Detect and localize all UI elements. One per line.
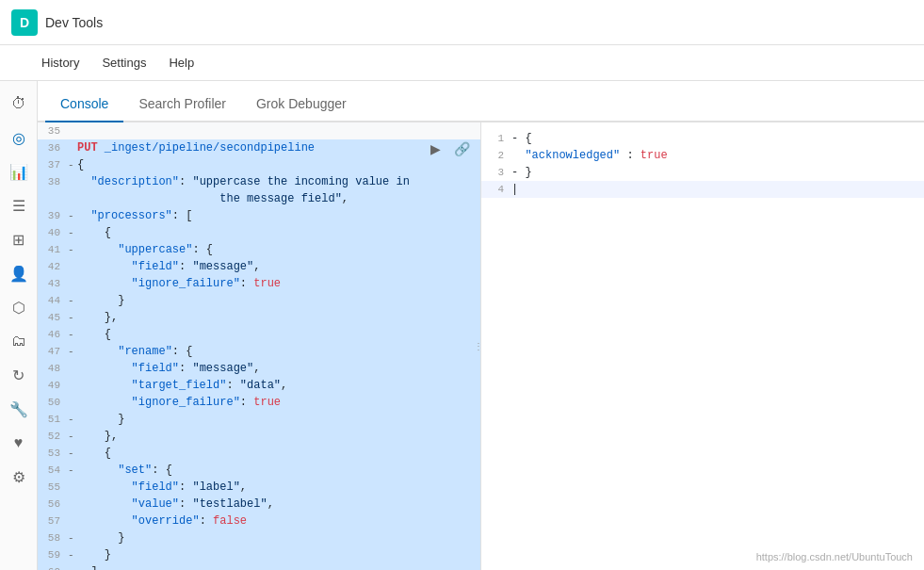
- out-line-3: 3 - }: [481, 164, 924, 181]
- app-title: Dev Tools: [45, 15, 103, 30]
- sidebar-icon-heart[interactable]: ♥: [4, 428, 34, 458]
- panel-resize-handle[interactable]: ⋮: [477, 328, 480, 366]
- line-57: 57 "override": false: [38, 513, 480, 529]
- line-36: 36 PUT _ingest/pipeline/secondpipeline ▶…: [38, 139, 480, 156]
- line-51: 51 - }: [38, 411, 480, 428]
- line-45: 45 - },: [38, 309, 480, 326]
- copy-button[interactable]: 🔗: [450, 138, 473, 160]
- output-panel: 1 - { 2 "acknowledged" : true 3 - } 4 |: [481, 122, 924, 570]
- out-line-4: 4 |: [481, 181, 924, 198]
- line-40: 40 - {: [38, 224, 480, 241]
- tabs: Console Search Profiler Grok Debugger: [38, 81, 924, 122]
- sidebar-icon-chart[interactable]: 📊: [4, 156, 34, 187]
- line-53: 53 - {: [38, 445, 480, 462]
- line-46: 46 - {: [38, 326, 480, 343]
- kibana-logo: D Dev Tools: [11, 9, 103, 36]
- menu-history[interactable]: History: [41, 52, 79, 73]
- code-lines: 35 36 PUT _ingest/pipeline/secondpipelin…: [38, 122, 480, 570]
- sidebar-icon-table[interactable]: ☰: [4, 190, 34, 220]
- line-55: 55 "field": "label",: [38, 479, 480, 496]
- line-47: 47 - "rename": {: [38, 343, 480, 360]
- line-42: 42 "field": "message",: [38, 258, 480, 275]
- line-56: 56 "value": "testlabel",: [38, 496, 480, 513]
- sidebar-icon-refresh[interactable]: ↻: [4, 360, 34, 390]
- app-logo: D: [11, 9, 38, 36]
- sidebar-icon-user[interactable]: 👤: [4, 258, 34, 288]
- line-50: 50 "ignore_failure": true: [38, 394, 480, 411]
- line-60: 60 - ]: [38, 563, 480, 570]
- sidebar-icon-tool[interactable]: 🔧: [4, 394, 34, 424]
- sidebar-icon-gear[interactable]: ⚙: [4, 462, 34, 492]
- topbar: D Dev Tools: [0, 0, 924, 45]
- editor-area: 35 36 PUT _ingest/pipeline/secondpipelin…: [38, 122, 924, 570]
- run-button[interactable]: ▶: [424, 138, 446, 160]
- main-layout: ⏱ ◎ 📊 ☰ ⊞ 👤 ⬡ 🗂 ↻ 🔧 ♥ ⚙ Console Search P…: [0, 81, 924, 570]
- line-58: 58 - }: [38, 529, 480, 546]
- sidebar-icon-clock[interactable]: ⏱: [4, 89, 34, 119]
- line-37: 37 - {: [38, 156, 480, 173]
- input-panel: 35 36 PUT _ingest/pipeline/secondpipelin…: [38, 122, 481, 570]
- line-44: 44 - }: [38, 292, 480, 309]
- content-area: Console Search Profiler Grok Debugger 35: [38, 81, 924, 570]
- sidebar-icon-stack[interactable]: 🗂: [4, 326, 34, 356]
- watermark: https://blog.csdn.net/UbuntuTouch: [756, 551, 913, 562]
- sidebar-icon-grid[interactable]: ⊞: [4, 224, 34, 254]
- sidebar-icon-circle[interactable]: ◎: [4, 122, 34, 153]
- menu-help[interactable]: Help: [169, 52, 194, 73]
- tab-search-profiler[interactable]: Search Profiler: [123, 87, 241, 122]
- line-35: 35: [38, 122, 480, 139]
- line-41: 41 - "uppercase": {: [38, 241, 480, 258]
- line-49: 49 "target_field": "data",: [38, 377, 480, 394]
- line-38: 38 "description": "uppercase the incomin…: [38, 173, 480, 207]
- line-48: 48 "field": "message",: [38, 360, 480, 377]
- out-line-2: 2 "acknowledged" : true: [481, 147, 924, 164]
- menubar: History Settings Help: [0, 45, 924, 81]
- panel-actions: ▶ 🔗: [424, 138, 473, 160]
- output-code: 1 - { 2 "acknowledged" : true 3 - } 4 |: [481, 122, 924, 570]
- line-54: 54 - "set": {: [38, 462, 480, 479]
- sidebar: ⏱ ◎ 📊 ☰ ⊞ 👤 ⬡ 🗂 ↻ 🔧 ♥ ⚙: [0, 81, 38, 570]
- line-43: 43 "ignore_failure": true: [38, 275, 480, 292]
- line-52: 52 - },: [38, 428, 480, 445]
- tab-grok-debugger[interactable]: Grok Debugger: [241, 87, 362, 122]
- sidebar-icon-puzzle[interactable]: ⬡: [4, 292, 34, 322]
- out-line-1: 1 - {: [481, 130, 924, 147]
- tab-console[interactable]: Console: [45, 87, 123, 122]
- line-39: 39 - "processors": [: [38, 207, 480, 224]
- code-editor[interactable]: 35 36 PUT _ingest/pipeline/secondpipelin…: [38, 122, 480, 570]
- menu-settings[interactable]: Settings: [102, 52, 146, 73]
- line-59: 59 - }: [38, 546, 480, 563]
